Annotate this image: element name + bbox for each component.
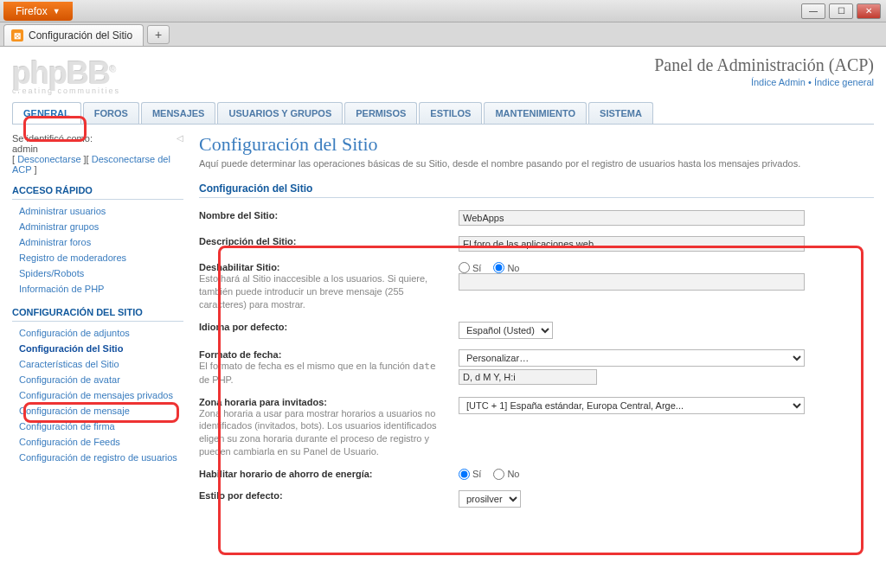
tab-estilos[interactable]: ESTILOS bbox=[419, 102, 482, 124]
link-board-index[interactable]: Índice general bbox=[814, 77, 874, 87]
sidebar-item[interactable]: Administrar usuarios bbox=[12, 203, 183, 219]
lang-select[interactable]: Español (Usted) bbox=[459, 322, 553, 339]
sitedesc-input[interactable] bbox=[459, 236, 805, 252]
sidebar-item[interactable]: Registro de moderadores bbox=[12, 250, 183, 265]
tz-select[interactable]: [UTC + 1] España estándar, Europa Centra… bbox=[459, 397, 805, 414]
minimize-button[interactable]: — bbox=[801, 3, 825, 19]
tab-mantenimiento[interactable]: MANTENIMIENTO bbox=[484, 102, 587, 124]
dateformat-hint: El formato de fecha es el mismo que en l… bbox=[199, 360, 441, 387]
collapse-icon[interactable]: ◁ bbox=[177, 133, 183, 143]
link-admin-index[interactable]: Índice Admin bbox=[751, 77, 806, 87]
disable-no[interactable]: No bbox=[493, 262, 519, 273]
sidebar-item[interactable]: Configuración de adjuntos bbox=[12, 325, 183, 341]
sidebar-item[interactable]: Administrar grupos bbox=[12, 219, 183, 234]
fieldset-title: Configuración del Sitio bbox=[199, 182, 874, 198]
dateformat-label: Formato de fecha: bbox=[199, 349, 441, 360]
sidebar-item[interactable]: Spiders/Robots bbox=[12, 265, 183, 281]
identified-label: Se identificó como: bbox=[12, 133, 93, 144]
disable-message-input[interactable] bbox=[459, 273, 805, 291]
page-title: Configuración del Sitio bbox=[199, 133, 874, 156]
sidebar-site-title: CONFIGURACIÓN DEL SITIO bbox=[12, 304, 183, 322]
phpbb-logo: phpBB® bbox=[12, 55, 120, 92]
sitedesc-label: Descripción del Sitio: bbox=[199, 236, 441, 246]
browser-tab[interactable]: ⊠ Configuración del Sitio bbox=[3, 24, 144, 46]
tab-foros[interactable]: FOROS bbox=[83, 102, 139, 124]
tz-hint: Zona horaria a usar para mostrar horario… bbox=[199, 407, 441, 458]
page-description: Aquí puede determinar las operaciones bá… bbox=[199, 157, 874, 170]
sidebar-item[interactable]: Configuración de mensajes privados bbox=[12, 387, 183, 403]
tab-title: Configuración del Sitio bbox=[29, 29, 132, 42]
disable-hint: Esto hará al Sitio inaccesible a los usu… bbox=[199, 272, 441, 311]
sitename-label: Nombre del Sitio: bbox=[199, 210, 441, 220]
tab-sistema[interactable]: SISTEMA bbox=[588, 102, 653, 124]
sidebar-item[interactable]: Configuración de registro de usuarios bbox=[12, 450, 183, 465]
sidebar-item[interactable]: Configuración de mensaje bbox=[12, 403, 183, 419]
tz-label: Zona horaria para invitados: bbox=[199, 397, 441, 407]
dst-yes[interactable]: Sí bbox=[459, 469, 481, 480]
tab-permisos[interactable]: PERMISOS bbox=[344, 102, 417, 124]
tab-general[interactable]: GENERAL bbox=[12, 102, 81, 124]
lang-label: Idioma por defecto: bbox=[199, 322, 441, 332]
xampp-icon: ⊠ bbox=[11, 29, 23, 42]
dst-label: Habilitar horario de ahorro de energía: bbox=[199, 469, 441, 479]
chevron-down-icon: ▼ bbox=[53, 7, 61, 16]
disable-yes[interactable]: Sí bbox=[459, 262, 481, 273]
acp-title: Panel de Administración (ACP) bbox=[654, 55, 874, 75]
sidebar-item[interactable]: Características del Sitio bbox=[12, 356, 183, 372]
username: admin bbox=[12, 144, 38, 154]
maximize-button[interactable]: ☐ bbox=[829, 3, 853, 19]
sidebar-item[interactable]: Configuración del Sitio bbox=[12, 341, 183, 356]
main-tabs: GENERALFOROSMENSAJESUSUARIOS Y GRUPOSPER… bbox=[12, 102, 874, 125]
disable-label: Deshabilitar Sitio: bbox=[199, 262, 441, 272]
new-tab-button[interactable]: + bbox=[147, 25, 170, 44]
sidebar-item[interactable]: Administrar foros bbox=[12, 234, 183, 250]
sidebar-item[interactable]: Configuración de Feeds bbox=[12, 434, 183, 450]
sidebar-item[interactable]: Configuración de avatar bbox=[12, 372, 183, 387]
sidebar-item[interactable]: Información de PHP bbox=[12, 281, 183, 297]
logout-link[interactable]: Desconectarse bbox=[17, 154, 80, 164]
sidebar-quick-title: ACCESO RÁPIDO bbox=[12, 182, 183, 200]
close-button[interactable]: ✕ bbox=[857, 3, 881, 19]
dateformat-input[interactable] bbox=[459, 369, 597, 385]
dateformat-select[interactable]: Personalizar… bbox=[459, 349, 805, 367]
tab-mensajes[interactable]: MENSAJES bbox=[141, 102, 216, 124]
style-label: Estilo por defecto: bbox=[199, 490, 441, 501]
firefox-label: Firefox bbox=[16, 5, 48, 17]
firefox-menu-button[interactable]: Firefox ▼ bbox=[3, 2, 73, 21]
tab-usuarios-y-grupos[interactable]: USUARIOS Y GRUPOS bbox=[217, 102, 343, 124]
sitename-input[interactable] bbox=[459, 210, 805, 226]
dst-no[interactable]: No bbox=[493, 469, 519, 480]
sidebar-item[interactable]: Configuración de firma bbox=[12, 419, 183, 434]
style-select[interactable]: prosilver bbox=[459, 490, 521, 508]
